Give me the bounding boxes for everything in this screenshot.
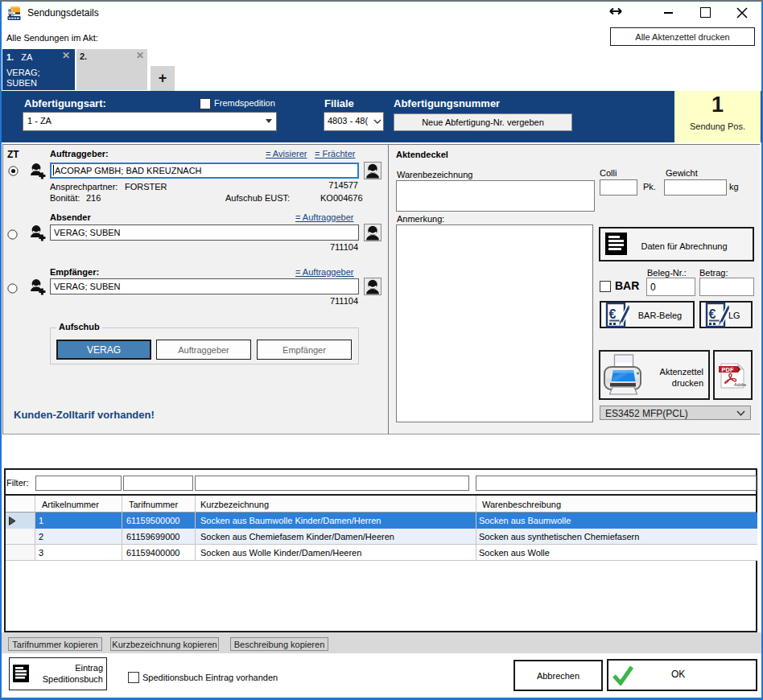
svg-text:Adobe: Adobe <box>734 382 746 387</box>
svg-text:€: € <box>709 307 716 321</box>
svg-text:PDF: PDF <box>722 366 734 373</box>
svg-text:€: € <box>609 307 617 321</box>
